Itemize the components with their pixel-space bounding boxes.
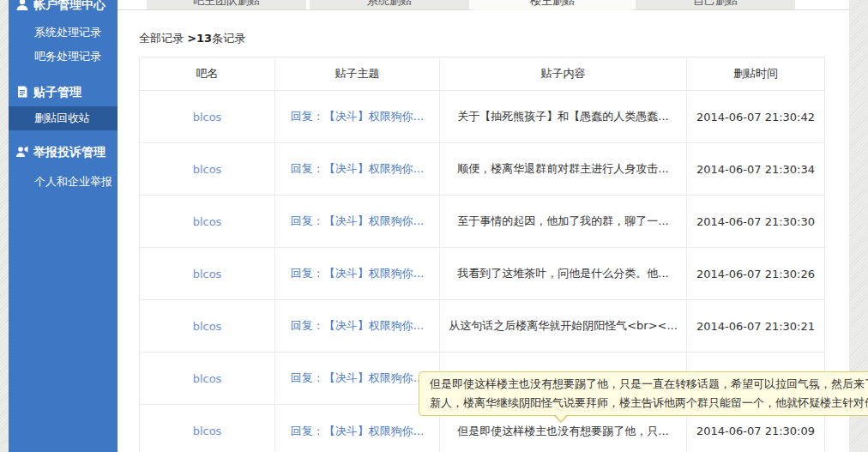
records-summary: 全部记录 >13条记录: [139, 31, 245, 46]
column-header-post-subject: 贴子主题: [275, 57, 440, 90]
post-subject-link[interactable]: 回复：【决斗】权限狗你...: [291, 424, 424, 439]
document-icon: [15, 85, 29, 99]
delete-time-cell: 2014-06-07 21:30:42: [687, 91, 824, 142]
records-count: >13: [187, 32, 212, 45]
post-content-tooltip: 但是即使这样楼主也没有想要踢了他，只是一直在转移话题，希望可以拉回气氛，然后来了…: [419, 371, 868, 416]
sidebar-item-bawu-records[interactable]: 吧务处理记录: [9, 45, 118, 69]
tooltip-text-line-2: 新人，楼离华继续阴阳怪气说要拜师，楼主告诉他两个群只能留一个，他就怀疑楼主针对他: [430, 394, 865, 413]
tab-self-deletions[interactable]: 自己删贴: [636, 0, 795, 9]
bar-name-link[interactable]: blcos: [193, 372, 222, 385]
user-icon: [15, 0, 29, 11]
post-content-cell[interactable]: 从这句话之后楼离华就开始阴阳怪气<br><...: [440, 300, 687, 352]
tab-bar: 吧主团队删贴 系统删贴 楼主删贴 自己删贴: [118, 0, 849, 10]
post-subject-link[interactable]: 回复：【决斗】权限狗你...: [291, 266, 424, 281]
sidebar-item-label: 吧务处理记录: [34, 50, 101, 63]
table-row: blcos 回复：【决斗】权限狗你... 顺便，楼离华退群前对群主进行人身攻击.…: [140, 143, 824, 196]
report-icon: [15, 145, 29, 159]
bar-name-link[interactable]: blcos: [193, 320, 222, 333]
table-row: blcos 回复：【决斗】权限狗你... 我看到了这堆茶叶，问他是什么分类。他.…: [140, 248, 824, 300]
table-row: blcos 回复：【决斗】权限狗你... 关于【抽死熊孩子】和【愚蠢的人类愚蠢.…: [140, 91, 824, 143]
sidebar-item-label: 个人和企业举报: [34, 175, 112, 188]
bar-name-link[interactable]: blcos: [193, 215, 222, 228]
sidebar-section-label: 举报投诉管理: [33, 144, 105, 160]
post-content-cell[interactable]: 顺便，楼离华退群前对群主进行人身攻击...: [440, 143, 687, 195]
post-content-cell[interactable]: 至于事情的起因，他加了我的群，聊了一...: [440, 196, 687, 247]
table-header-row: 吧名 贴子主题 贴子内容 删贴时间: [140, 57, 824, 91]
post-subject-link[interactable]: 回复：【决斗】权限狗你...: [291, 214, 424, 229]
column-header-delete-time: 删贴时间: [687, 57, 824, 90]
tab-label: 吧主团队删贴: [147, 0, 306, 9]
table-row: blcos 回复：【决斗】权限狗你... 从这句话之后楼离华就开始阴阳怪气<br…: [140, 300, 824, 353]
column-header-bar-name: 吧名: [140, 57, 275, 90]
sidebar-section-label: 帐户管理中心: [33, 0, 105, 12]
column-header-post-content: 贴子内容: [440, 57, 687, 90]
table-row: blcos 回复：【决斗】权限狗你... 至于事情的起因，他加了我的群，聊了一.…: [140, 196, 824, 248]
tooltip-text-line-1: 但是即使这样楼主也没有想要踢了他，只是一直在转移话题，希望可以拉回气氛，然后来了…: [430, 375, 865, 394]
sidebar-item-label: 删贴回收站: [34, 111, 90, 124]
sidebar-section-account[interactable]: 帐户管理中心: [15, 0, 105, 12]
bar-name-link[interactable]: blcos: [193, 425, 222, 437]
delete-time-cell: 2014-06-07 21:30:26: [687, 248, 824, 299]
bar-name-link[interactable]: blcos: [193, 163, 222, 176]
sidebar-section-label: 贴子管理: [33, 84, 81, 99]
sidebar-item-system-records[interactable]: 系统处理记录: [9, 21, 118, 45]
page-left-texture: [0, 0, 9, 452]
post-content-cell[interactable]: 我看到了这堆茶叶，问他是什么分类。他...: [440, 248, 687, 299]
tab-label: 楼主删贴: [473, 0, 632, 9]
post-subject-link[interactable]: 回复：【决斗】权限狗你...: [291, 161, 424, 177]
sidebar-item-deleted-posts-recycle[interactable]: 删贴回收站: [9, 106, 118, 130]
post-content-cell[interactable]: 关于【抽死熊孩子】和【愚蠢的人类愚蠢...: [440, 91, 687, 142]
sidebar-section-reports[interactable]: 举报投诉管理: [15, 144, 105, 160]
records-summary-suffix: 条记录: [212, 32, 245, 45]
tab-label: 自己删贴: [636, 0, 795, 9]
post-subject-link[interactable]: 回复：【决斗】权限狗你...: [291, 371, 424, 386]
bar-name-link[interactable]: blcos: [193, 268, 222, 280]
delete-time-cell: 2014-06-07 21:30:30: [687, 196, 824, 247]
records-summary-prefix: 全部记录: [139, 32, 187, 45]
sidebar-item-personal-corporate-reports[interactable]: 个人和企业举报: [9, 170, 118, 194]
tab-system-deletions[interactable]: 系统删贴: [310, 0, 469, 9]
bar-name-link[interactable]: blcos: [193, 111, 222, 124]
sidebar-item-label: 系统处理记录: [34, 26, 101, 39]
delete-time-cell: 2014-06-07 21:30:34: [687, 143, 824, 195]
post-subject-link[interactable]: 回复：【决斗】权限狗你...: [291, 318, 424, 334]
post-subject-link[interactable]: 回复：【决斗】权限狗你...: [291, 109, 424, 124]
tab-label: 系统删贴: [310, 0, 469, 9]
delete-time-cell: 2014-06-07 21:30:21: [687, 300, 824, 352]
tab-bawu-team-deletions[interactable]: 吧主团队删贴: [147, 0, 306, 9]
tab-op-deletions[interactable]: 楼主删贴: [473, 0, 632, 10]
sidebar: 帐户管理中心 系统处理记录 吧务处理记录 贴子管理 删贴回收站 举报投诉管理 个…: [9, 0, 118, 452]
sidebar-section-posts[interactable]: 贴子管理: [15, 84, 81, 99]
